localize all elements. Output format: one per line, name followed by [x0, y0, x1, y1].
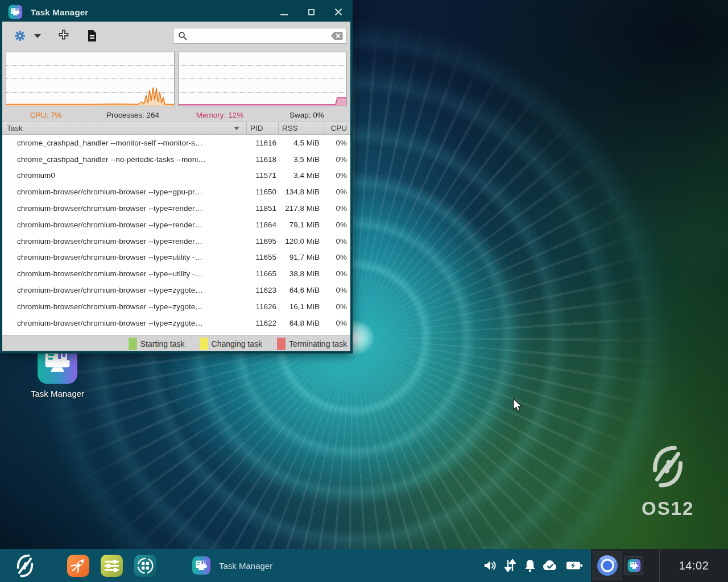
watermark-text: OS12	[642, 498, 694, 519]
search-input[interactable]	[187, 32, 330, 40]
cell-rss: 79,1 MiB	[279, 221, 324, 229]
network-traffic-button[interactable]	[500, 549, 520, 582]
cell-rss: 120,0 MiB	[279, 237, 324, 246]
cell-task: chromium-browser/chromium-browser --type…	[2, 286, 247, 294]
cpu-graph	[6, 52, 175, 106]
cpu-graph-series	[6, 52, 175, 106]
details-button[interactable]	[83, 27, 101, 45]
process-table-body: chrome_crashpad_handler --monitor-self -…	[2, 135, 350, 335]
cell-task: chromium-browser/chromium-browser --type…	[2, 237, 247, 246]
notifications-button[interactable]	[520, 549, 540, 582]
crosshair-icon	[57, 29, 71, 43]
sliders-icon	[100, 554, 123, 577]
app-grid-button[interactable]	[129, 549, 162, 582]
window-app-icon	[8, 5, 23, 19]
window-titlebar[interactable]: Task Manager	[2, 2, 350, 22]
legend: Starting task Changing task Terminating …	[2, 335, 350, 351]
table-row[interactable]: chromium-browser/chromium-browser --type…	[2, 233, 350, 250]
cell-task: chromium-browser/chromium-browser --type…	[2, 253, 247, 261]
table-row[interactable]: chromium-browser/chromium-browser --type…	[2, 298, 350, 315]
identify-window-button[interactable]	[53, 27, 74, 45]
settings-dropdown-arrow-icon[interactable]	[34, 34, 41, 38]
cell-rss: 38,8 MiB	[279, 269, 324, 278]
cell-pid: 11623	[247, 286, 279, 294]
table-row[interactable]: chromium-browser/chromium-browser --type…	[2, 184, 350, 200]
usage-graphs	[2, 50, 350, 108]
clock[interactable]: 14:02	[660, 549, 728, 582]
column-label-task: Task	[7, 124, 23, 132]
window-title: Task Manager	[31, 7, 88, 17]
clear-search-icon[interactable]	[330, 31, 343, 40]
legend-item: Changing task	[200, 338, 263, 350]
taskbar: Task Manager	[0, 549, 728, 582]
cell-rss: 4,5 MiB	[279, 139, 324, 147]
cell-cpu: 0%	[324, 269, 350, 278]
cell-cpu: 0%	[324, 302, 350, 311]
cell-pid: 11864	[247, 221, 279, 229]
os-watermark: OS12	[642, 443, 694, 519]
launcher-rocket-button[interactable]	[61, 549, 95, 582]
tray-task-manager-button[interactable]	[624, 556, 643, 575]
cell-pid: 11695	[247, 237, 279, 246]
table-row[interactable]: chromium-browser/chromium-browser --type…	[2, 265, 350, 282]
stats-row: CPU: 7% Processes: 264 Memory: 12% Swap:…	[2, 108, 350, 122]
bell-icon	[524, 559, 536, 572]
column-header-pid[interactable]: PID	[247, 122, 279, 134]
column-header-rss[interactable]: RSS	[279, 122, 324, 134]
task-manager-tray-icon	[627, 559, 641, 572]
cell-task: chromium0	[2, 171, 247, 180]
table-row[interactable]: chromium-browser/chromium-browser --type…	[2, 315, 350, 331]
table-row[interactable]: chrome_crashpad_handler --monitor-self -…	[2, 135, 350, 151]
os12-start-icon	[15, 553, 35, 579]
cell-cpu: 0%	[324, 155, 350, 164]
legend-item: Terminating task	[277, 338, 347, 350]
memory-graph-series	[179, 52, 347, 106]
task-manager-window: Task Manager	[0, 0, 353, 354]
network-arrows-icon	[504, 559, 516, 572]
cloud-sync-button[interactable]	[540, 549, 560, 582]
cell-rss: 3,4 MiB	[279, 171, 324, 180]
column-header-task[interactable]: Task	[2, 122, 247, 134]
tray-chromium-button[interactable]	[593, 551, 622, 580]
desktop-icon-label: Task Manager	[18, 389, 97, 398]
table-row[interactable]: chromium-browser/chromium-browser --type…	[2, 282, 350, 298]
cell-rss: 217,8 MiB	[279, 204, 324, 213]
battery-charging-icon	[566, 560, 583, 571]
cell-pid: 11622	[247, 319, 279, 327]
search-field[interactable]	[173, 28, 347, 44]
legend-item: Starting task	[129, 338, 185, 350]
table-row[interactable]: chromium-browser/chromium-browser --type…	[2, 250, 350, 266]
close-button[interactable]	[333, 7, 344, 17]
table-row[interactable]: chromium0 11571 3,4 MiB 0%	[2, 168, 350, 184]
taskbar-window-label: Task Manager	[219, 561, 272, 571]
cell-rss: 16,1 MiB	[279, 302, 324, 311]
cell-cpu: 0%	[324, 237, 350, 246]
minimize-icon	[280, 14, 288, 15]
legend-swatch	[277, 338, 286, 350]
table-row[interactable]: chromium-browser/chromium-browser --type…	[2, 200, 350, 217]
taskbar-window-button-task-manager[interactable]: Task Manager	[186, 549, 278, 582]
sort-descending-icon	[234, 127, 239, 130]
minimize-button[interactable]	[279, 7, 289, 17]
cell-cpu: 0%	[324, 204, 350, 213]
maximize-icon	[308, 9, 315, 15]
desktop-icon-task-manager[interactable]: Task Manager	[18, 348, 97, 398]
column-header-cpu[interactable]: CPU	[324, 122, 350, 134]
cell-task: chromium-browser/chromium-browser --type…	[2, 221, 247, 229]
table-row[interactable]: chromium-browser/chromium-browser --type…	[2, 217, 350, 233]
column-label-pid: PID	[250, 124, 263, 132]
cell-pid: 11665	[247, 269, 279, 278]
stat-processes: Processes: 264	[89, 111, 176, 119]
cell-pid: 11650	[247, 188, 279, 196]
maximize-button[interactable]	[306, 7, 316, 17]
settings-sliders-button[interactable]	[95, 549, 129, 582]
cell-pid: 11851	[247, 204, 279, 213]
start-menu-button[interactable]	[0, 549, 50, 582]
battery-button[interactable]	[564, 549, 584, 582]
gear-icon	[14, 30, 26, 42]
volume-button[interactable]	[480, 549, 500, 582]
cell-cpu: 0%	[324, 221, 350, 229]
settings-button[interactable]	[10, 27, 30, 45]
cell-cpu: 0%	[324, 286, 350, 294]
table-row[interactable]: chrome_crashpad_handler --no-periodic-ta…	[2, 151, 350, 168]
